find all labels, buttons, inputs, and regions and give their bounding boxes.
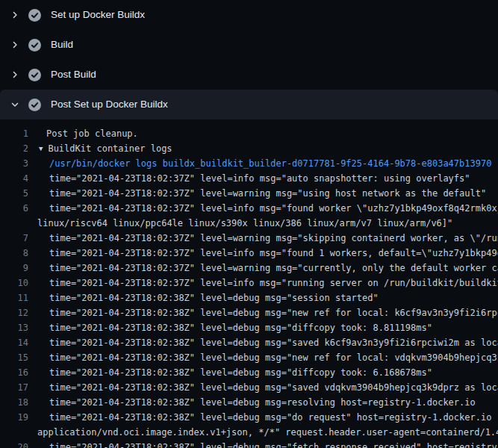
log-line: 5time="2021-04-23T18:02:37Z" level=warni… bbox=[0, 186, 498, 201]
log-text: time="2021-04-23T18:02:37Z" level=warnin… bbox=[49, 231, 498, 246]
log-line-number bbox=[0, 216, 28, 231]
log-text: time="2021-04-23T18:02:38Z" level=debug … bbox=[49, 335, 498, 350]
step-label: Build bbox=[51, 40, 73, 50]
step-row-build[interactable]: Build bbox=[0, 30, 498, 60]
log-text: Post job cleanup. bbox=[46, 126, 138, 141]
log-line: 17time="2021-04-23T18:02:38Z" level=debu… bbox=[0, 380, 498, 395]
step-label: Post Build bbox=[51, 69, 96, 80]
log-line-number[interactable]: 8 bbox=[0, 246, 28, 261]
log-text: time="2021-04-23T18:02:37Z" level=warnin… bbox=[49, 186, 486, 201]
step-status-icon bbox=[28, 39, 41, 52]
chevron-right-icon bbox=[10, 69, 20, 80]
log-text: time="2021-04-23T18:02:37Z" level=warnin… bbox=[49, 261, 498, 276]
log-line: 18time="2021-04-23T18:02:38Z" level=debu… bbox=[0, 395, 498, 410]
log-line-number[interactable]: 17 bbox=[0, 380, 28, 395]
check-circle-icon bbox=[28, 99, 41, 111]
log-text: time="2021-04-23T18:02:38Z" level=debug … bbox=[49, 395, 476, 410]
log-line-number[interactable]: 12 bbox=[0, 305, 28, 320]
log-line-number[interactable]: 11 bbox=[0, 290, 28, 305]
log-line: 16time="2021-04-23T18:02:38Z" level=debu… bbox=[0, 365, 498, 380]
log-text: time="2021-04-23T18:02:38Z" level=debug … bbox=[49, 305, 498, 320]
log-line-number[interactable]: 5 bbox=[0, 186, 28, 201]
check-circle-icon bbox=[28, 69, 41, 81]
step-label: Post Set up Docker Buildx bbox=[51, 99, 168, 110]
log-line-number[interactable]: 9 bbox=[0, 261, 28, 276]
log-line-number[interactable]: 10 bbox=[0, 276, 28, 290]
step-status-icon bbox=[28, 69, 41, 81]
log-text: time="2021-04-23T18:02:38Z" level=debug … bbox=[49, 320, 432, 335]
log-line: linux/riscv64 linux/ppc64le linux/s390x … bbox=[0, 216, 498, 231]
log-text: time="2021-04-23T18:02:37Z" level=info m… bbox=[49, 171, 470, 186]
step-row-post-build[interactable]: Post Build bbox=[0, 60, 498, 90]
log-line: 9time="2021-04-23T18:02:37Z" level=warni… bbox=[0, 261, 498, 276]
chevron-right-icon[interactable] bbox=[9, 39, 21, 51]
step-label: Set up Docker Buildx bbox=[51, 10, 145, 20]
log-line-number[interactable]: 6 bbox=[0, 201, 28, 216]
chevron-down-icon[interactable] bbox=[9, 99, 21, 111]
log-line-number[interactable]: 4 bbox=[0, 171, 28, 186]
log-line: 6time="2021-04-23T18:02:37Z" level=info … bbox=[0, 201, 498, 216]
log-line: 8time="2021-04-23T18:02:37Z" level=info … bbox=[0, 246, 498, 261]
chevron-right-icon bbox=[10, 10, 20, 20]
log-text: time="2021-04-23T18:02:37Z" level=info m… bbox=[49, 201, 498, 216]
log-line: 12time="2021-04-23T18:02:38Z" level=debu… bbox=[0, 305, 498, 320]
log-group-title: BuildKit container logs bbox=[48, 143, 172, 154]
log-text: time="2021-04-23T18:02:38Z" level=debug … bbox=[49, 365, 432, 380]
log-line-number[interactable]: 15 bbox=[0, 350, 28, 365]
log-line: 11time="2021-04-23T18:02:38Z" level=debu… bbox=[0, 290, 498, 305]
log-line: application/vnd.oci.image.index.v1+json,… bbox=[0, 425, 498, 440]
chevron-right-icon[interactable] bbox=[9, 9, 21, 21]
log-text: linux/riscv64 linux/ppc64le linux/s390x … bbox=[37, 216, 452, 231]
log-text: time="2021-04-23T18:02:38Z" level=debug … bbox=[49, 290, 379, 305]
log-group-header[interactable]: ▼BuildKit container logs bbox=[39, 141, 172, 156]
log-line: 7time="2021-04-23T18:02:37Z" level=warni… bbox=[0, 231, 498, 246]
check-circle-icon bbox=[28, 39, 41, 52]
log-line-number[interactable]: 18 bbox=[0, 395, 28, 410]
log-line-number[interactable]: 7 bbox=[0, 231, 28, 246]
log-line: 19time="2021-04-23T18:02:38Z" level=debu… bbox=[0, 410, 498, 425]
actions-log-viewer: Set up Docker BuildxBuildPost BuildPost … bbox=[0, 0, 498, 448]
log-line: 10time="2021-04-23T18:02:37Z" level=info… bbox=[0, 276, 498, 290]
log-line: 2▼BuildKit container logs bbox=[0, 141, 498, 156]
step-status-icon bbox=[28, 99, 41, 111]
log-line: 13time="2021-04-23T18:02:38Z" level=debu… bbox=[0, 320, 498, 335]
log-line-number[interactable]: 20 bbox=[0, 440, 28, 448]
group-collapse-caret-icon[interactable]: ▼ bbox=[39, 141, 43, 156]
log-line-number[interactable]: 2 bbox=[0, 141, 28, 156]
chevron-right-icon[interactable] bbox=[9, 69, 21, 81]
log-line-number[interactable]: 3 bbox=[0, 156, 28, 171]
log-line-number[interactable]: 14 bbox=[0, 335, 28, 350]
log-text: time="2021-04-23T18:02:38Z" level=debug … bbox=[49, 380, 498, 395]
chevron-down-icon bbox=[10, 99, 20, 110]
log-text: time="2021-04-23T18:02:38Z" level=debug … bbox=[49, 410, 498, 425]
log-line-number[interactable]: 19 bbox=[0, 410, 28, 425]
log-line-number[interactable]: 13 bbox=[0, 320, 28, 335]
log-text: time="2021-04-23T18:02:37Z" level=info m… bbox=[49, 276, 498, 290]
log-text: time="2021-04-23T18:02:37Z" level=info m… bbox=[49, 246, 498, 261]
log-line: 14time="2021-04-23T18:02:38Z" level=debu… bbox=[0, 335, 498, 350]
steps-list: Set up Docker BuildxBuildPost BuildPost … bbox=[0, 0, 498, 119]
step-status-icon bbox=[28, 9, 41, 22]
chevron-right-icon bbox=[10, 40, 20, 50]
log-text: application/vnd.oci.image.index.v1+json,… bbox=[37, 425, 498, 440]
log-text: time="2021-04-23T18:02:38Z" level=debug … bbox=[49, 440, 498, 448]
step-row-set-up-docker-buildx[interactable]: Set up Docker Buildx bbox=[0, 0, 498, 30]
log-area: 1Post job cleanup.2▼BuildKit container l… bbox=[0, 119, 498, 448]
log-line-number[interactable]: 16 bbox=[0, 365, 28, 380]
check-circle-icon bbox=[28, 9, 41, 22]
log-line-number bbox=[0, 425, 28, 440]
step-row-post-set-up-docker-buildx[interactable]: Post Set up Docker Buildx bbox=[0, 90, 498, 119]
log-command-text: /usr/bin/docker logs buildx_buildkit_bui… bbox=[49, 156, 491, 171]
log-line-number[interactable]: 1 bbox=[0, 126, 28, 141]
log-line: 15time="2021-04-23T18:02:38Z" level=debu… bbox=[0, 350, 498, 365]
log-line: 4time="2021-04-23T18:02:37Z" level=info … bbox=[0, 171, 498, 186]
log-line: 1Post job cleanup. bbox=[0, 126, 498, 141]
log-line: 3/usr/bin/docker logs buildx_buildkit_bu… bbox=[0, 156, 498, 171]
log-line: 20time="2021-04-23T18:02:38Z" level=debu… bbox=[0, 440, 498, 448]
log-text: time="2021-04-23T18:02:38Z" level=debug … bbox=[49, 350, 498, 365]
